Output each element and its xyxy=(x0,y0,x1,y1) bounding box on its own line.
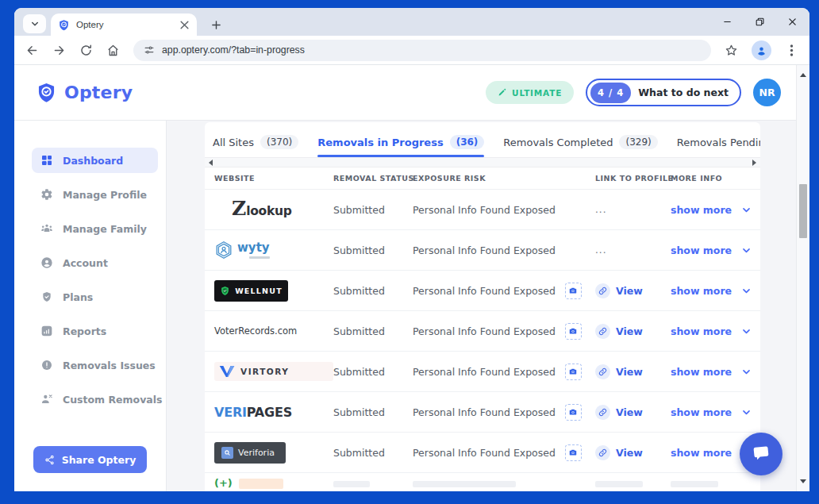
show-more-link[interactable]: show more xyxy=(671,285,732,297)
show-more-link[interactable]: show more xyxy=(671,447,732,459)
column-header-link-to-profile[interactable]: LINK TO PROFILE xyxy=(595,174,671,183)
show-more-link[interactable]: show more xyxy=(671,244,732,256)
user-circle-icon xyxy=(40,256,53,269)
browser-profile-avatar[interactable] xyxy=(752,40,771,60)
minimize-icon[interactable] xyxy=(723,17,732,26)
column-header-exposure-risk: EXPOSURE RISK xyxy=(413,174,595,183)
sidebar-item-account[interactable]: Account xyxy=(32,250,158,275)
screenshot-camera-icon[interactable] xyxy=(565,364,582,380)
user-avatar[interactable]: NR xyxy=(753,79,781,106)
chevron-down-icon xyxy=(30,19,40,29)
share-optery-label: Share Optery xyxy=(62,454,136,466)
link-to-profile-cell[interactable]: View xyxy=(595,405,671,420)
sidebar-item-manage-profile[interactable]: Manage Profile xyxy=(32,182,158,207)
user-x-icon xyxy=(40,393,53,406)
sidebar-item-label: Account xyxy=(63,257,108,269)
sidebar-item-label: Removals Issues xyxy=(63,360,156,371)
tab-label: Removals Pending xyxy=(677,137,760,148)
website-cell: WELLNUT xyxy=(214,280,333,302)
table-row-wellnut: WELLNUTSubmittedPersonal Info Found Expo… xyxy=(205,271,760,311)
scrollbar-thumb[interactable] xyxy=(799,184,807,238)
table-body: ZlookupSubmittedPersonal Info Found Expo… xyxy=(205,190,760,491)
link-to-profile-cell[interactable]: View xyxy=(595,324,671,339)
browser-tab-optery[interactable]: Optery xyxy=(51,13,197,36)
chevron-down-icon xyxy=(741,407,752,417)
what-to-do-next-button[interactable]: 4 / 4 What to do next xyxy=(586,79,741,106)
sidebar-item-plans[interactable]: Plans xyxy=(32,284,158,310)
screenshot-camera-icon[interactable] xyxy=(565,283,582,299)
more-info-cell[interactable]: show more xyxy=(671,406,760,418)
show-more-link[interactable]: show more xyxy=(671,406,732,418)
person-icon xyxy=(756,44,767,56)
sidebar-item-removals-issues[interactable]: Removals Issues xyxy=(32,352,158,378)
tab-search-button[interactable] xyxy=(23,14,46,33)
sidebar-item-manage-family[interactable]: Manage Family xyxy=(32,216,158,241)
more-info-cell[interactable]: show more xyxy=(671,366,760,378)
show-more-link[interactable]: show more xyxy=(671,325,732,337)
removal-status-cell: Submitted xyxy=(333,325,413,337)
chevron-down-icon xyxy=(741,286,752,296)
tab-removals-in-progress[interactable]: Removals in Progress(36) xyxy=(317,127,484,157)
view-link-label: View xyxy=(616,285,643,297)
scroll-right-arrow-icon[interactable] xyxy=(752,160,756,166)
bookmark-star-icon[interactable] xyxy=(725,44,738,57)
more-info-cell[interactable]: show more xyxy=(671,285,760,297)
website-cell: VoterRecords.com xyxy=(214,325,333,337)
back-icon[interactable] xyxy=(25,44,39,57)
tab-close-icon[interactable] xyxy=(179,20,190,30)
sidebar-item-custom-removals[interactable]: Custom Removals xyxy=(32,387,158,412)
tab-count: (36) xyxy=(450,135,485,149)
sidebar-item-reports[interactable]: Reports xyxy=(32,318,158,344)
new-tab-button[interactable] xyxy=(207,16,225,33)
website-cell: VERIPAGES xyxy=(214,405,333,420)
sidebar: DashboardManage ProfileManage FamilyAcco… xyxy=(14,121,167,491)
chevron-down-icon xyxy=(741,245,752,256)
table-row-veriforia: VeriforiaSubmittedPersonal Info Found Ex… xyxy=(205,433,760,473)
link-to-profile-cell[interactable]: View xyxy=(595,445,671,460)
tab-removals-completed[interactable]: Removals Completed(329) xyxy=(503,127,657,157)
scroll-left-arrow-icon[interactable] xyxy=(209,160,213,166)
restore-icon[interactable] xyxy=(756,17,764,26)
tab-all-sites[interactable]: All Sites(370) xyxy=(213,127,298,157)
reload-icon[interactable] xyxy=(79,44,93,57)
more-info-cell[interactable]: show more xyxy=(671,204,760,216)
link-to-profile-cell[interactable]: View xyxy=(595,364,671,379)
horizontal-scrollbar[interactable] xyxy=(205,157,760,167)
scroll-down-arrow-icon[interactable] xyxy=(800,479,806,487)
website-logo-wyty: wyty xyxy=(214,240,333,260)
what-to-do-next-label: What to do next xyxy=(638,87,729,98)
chat-button[interactable] xyxy=(740,433,782,475)
shield-icon xyxy=(40,290,53,303)
more-info-cell[interactable]: show more xyxy=(671,325,760,337)
show-more-link[interactable]: show more xyxy=(671,366,732,378)
address-bar[interactable]: app.optery.com/?tab=in-progress xyxy=(133,40,711,61)
close-icon[interactable] xyxy=(788,17,797,26)
home-icon[interactable] xyxy=(106,44,120,57)
screenshot-camera-icon[interactable] xyxy=(565,404,582,421)
link-icon xyxy=(595,405,610,420)
sidebar-item-dashboard[interactable]: Dashboard xyxy=(32,148,158,173)
screenshot-camera-icon[interactable] xyxy=(565,444,582,461)
forward-icon[interactable] xyxy=(52,44,66,57)
table-row-virtory: VIRTORYSubmittedPersonal Info Found Expo… xyxy=(205,352,760,392)
plan-badge: ULTIMATE xyxy=(486,81,574,104)
scroll-up-arrow-icon[interactable] xyxy=(800,70,806,77)
avatar-initials: NR xyxy=(759,87,775,98)
website-cell: Veriforia xyxy=(214,442,333,464)
more-info-cell[interactable]: show more xyxy=(671,244,760,256)
green-shield-icon xyxy=(220,286,230,296)
tab-label: Removals in Progress xyxy=(317,137,443,148)
view-link-label: View xyxy=(616,366,643,378)
link-icon xyxy=(595,445,610,460)
optery-logo[interactable]: Optery xyxy=(36,82,133,103)
link-to-profile-cell[interactable]: View xyxy=(595,283,671,298)
link-icon xyxy=(595,283,610,298)
show-more-link[interactable]: show more xyxy=(671,204,732,216)
browser-menu-icon[interactable] xyxy=(785,44,798,57)
screenshot-camera-icon[interactable] xyxy=(565,323,582,340)
site-settings-icon[interactable] xyxy=(144,44,155,56)
tab-removals-pending[interactable]: Removals Pending(5) xyxy=(677,127,760,157)
more-info-cell[interactable] xyxy=(671,478,760,487)
share-optery-button[interactable]: Share Optery xyxy=(33,446,147,473)
vertical-scrollbar[interactable] xyxy=(796,65,809,491)
